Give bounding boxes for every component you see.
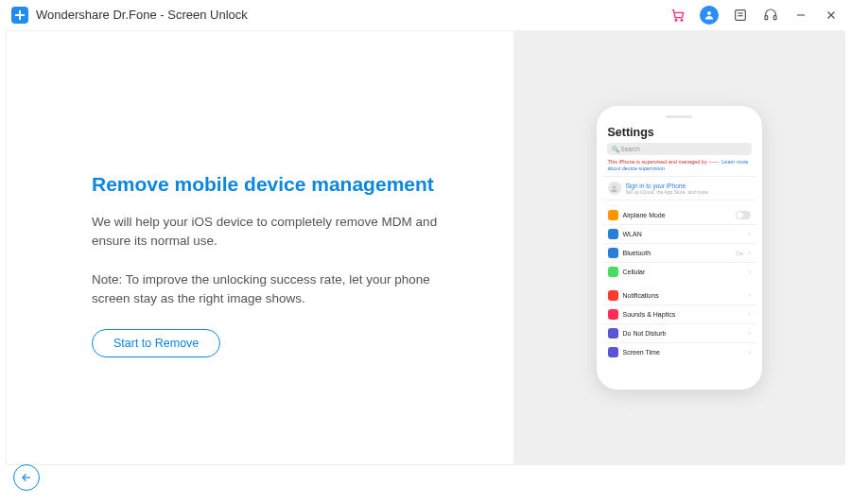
settings-row-value: On bbox=[736, 251, 743, 256]
settings-row-label: Screen Time bbox=[623, 349, 744, 356]
cart-icon[interactable] bbox=[669, 7, 686, 24]
close-button[interactable] bbox=[823, 7, 840, 24]
svg-point-4 bbox=[707, 11, 711, 15]
search-icon: 🔍 bbox=[612, 146, 619, 152]
start-remove-button[interactable]: Start to Remove bbox=[92, 329, 220, 357]
phone-settings-row: WLAN› bbox=[602, 225, 756, 244]
settings-row-icon bbox=[608, 248, 618, 258]
chevron-right-icon: › bbox=[748, 330, 750, 337]
chevron-right-icon: › bbox=[748, 349, 750, 356]
phone-settings-row: Sounds & Haptics› bbox=[602, 305, 756, 324]
chevron-right-icon: › bbox=[748, 269, 750, 275]
phone-settings-group-1: Airplane ModeWLAN›BluetoothOn›Cellular› bbox=[602, 206, 756, 281]
chevron-right-icon: › bbox=[748, 250, 750, 256]
svg-rect-5 bbox=[736, 9, 746, 20]
settings-row-label: Sounds & Haptics bbox=[623, 311, 744, 318]
feedback-icon[interactable] bbox=[732, 7, 749, 24]
chevron-right-icon: › bbox=[748, 292, 750, 299]
settings-row-label: Bluetooth bbox=[623, 250, 732, 256]
minimize-button[interactable] bbox=[792, 7, 809, 24]
app-title: Wondershare Dr.Fone - Screen Unlock bbox=[36, 8, 248, 22]
phone-signin-row: Sign in to your iPhone Set up iCloud, th… bbox=[602, 176, 756, 200]
phone-mdm-notice: This iPhone is supervised and managed by… bbox=[602, 159, 756, 174]
page-note: Note: To improve the unlocking success r… bbox=[92, 270, 470, 309]
person-icon bbox=[608, 182, 621, 195]
user-avatar-icon[interactable] bbox=[700, 6, 719, 25]
phone-mockup: Settings 🔍 Search This iPhone is supervi… bbox=[597, 106, 762, 390]
phone-settings-row: Airplane Mode bbox=[602, 206, 756, 225]
settings-row-icon bbox=[608, 309, 618, 320]
settings-row-label: WLAN bbox=[623, 231, 739, 237]
chevron-right-icon: › bbox=[748, 231, 750, 237]
app-logo bbox=[11, 7, 28, 24]
toggle-switch bbox=[736, 211, 751, 219]
page-heading: Remove mobile device management bbox=[92, 173, 476, 196]
phone-settings-row: Screen Time› bbox=[602, 343, 756, 361]
chevron-right-icon: › bbox=[748, 311, 750, 318]
settings-row-label: Do Not Disturb bbox=[623, 330, 744, 337]
settings-row-icon bbox=[608, 229, 618, 239]
back-button[interactable] bbox=[13, 464, 40, 491]
phone-settings-title: Settings bbox=[602, 122, 756, 141]
svg-rect-1 bbox=[15, 14, 25, 16]
phone-settings-row: Cellular› bbox=[602, 263, 756, 281]
settings-row-label: Notifications bbox=[623, 292, 744, 299]
phone-settings-row: Do Not Disturb› bbox=[602, 324, 756, 343]
svg-point-2 bbox=[675, 19, 677, 21]
settings-row-icon bbox=[608, 267, 618, 277]
phone-speaker bbox=[666, 115, 692, 118]
svg-rect-8 bbox=[765, 15, 768, 19]
support-icon[interactable] bbox=[762, 7, 779, 24]
phone-settings-row: Notifications› bbox=[602, 287, 756, 305]
settings-row-label: Cellular bbox=[623, 269, 739, 275]
phone-settings-group-2: Notifications›Sounds & Haptics›Do Not Di… bbox=[602, 287, 756, 361]
svg-point-3 bbox=[681, 19, 683, 21]
phone-search-field: 🔍 Search bbox=[607, 143, 752, 155]
settings-row-label: Airplane Mode bbox=[623, 212, 731, 218]
settings-row-icon bbox=[608, 290, 618, 301]
settings-row-icon bbox=[608, 328, 618, 339]
phone-settings-row: BluetoothOn› bbox=[602, 244, 756, 263]
settings-row-icon bbox=[608, 210, 618, 220]
page-description: We will help your iOS device to complete… bbox=[92, 213, 470, 252]
svg-point-13 bbox=[613, 185, 616, 188]
svg-rect-9 bbox=[773, 15, 776, 19]
settings-row-icon bbox=[608, 347, 618, 357]
